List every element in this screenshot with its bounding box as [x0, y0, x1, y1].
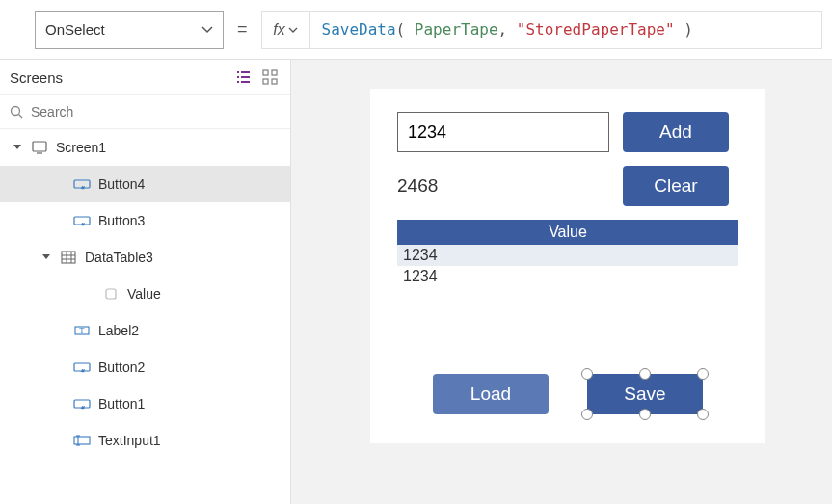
property-selector-value: OnSelect	[45, 21, 105, 38]
svg-rect-20	[74, 437, 90, 444]
tree-item-label: Value	[127, 286, 290, 302]
tree-item[interactable]: Value	[0, 276, 290, 312]
button-icon	[73, 358, 91, 376]
tree-item[interactable]: Button4	[0, 166, 290, 202]
tree-item-label: Button2	[98, 359, 290, 375]
tree-item-label: Label2	[98, 323, 290, 338]
result-label: 2468	[397, 175, 609, 197]
resize-handle[interactable]	[697, 409, 709, 420]
property-selector[interactable]: OnSelect	[35, 11, 224, 49]
tree-item-label: DataTable3	[85, 250, 290, 265]
resize-handle[interactable]	[697, 368, 709, 380]
clear-button[interactable]: Clear	[623, 166, 729, 206]
svg-rect-1	[272, 70, 277, 75]
add-button[interactable]: Add	[623, 112, 729, 152]
tree-item[interactable]: DataTable3	[0, 239, 290, 276]
list-view-icon[interactable]	[232, 66, 254, 88]
tree-item-label: Button1	[98, 396, 290, 411]
label-icon: T	[73, 322, 91, 339]
tree-list: Screen1Button4Button3DataTable3ValueTLab…	[0, 129, 290, 504]
svg-line-5	[19, 115, 23, 119]
column-icon	[102, 285, 120, 303]
data-table[interactable]: Value 12341234	[397, 220, 738, 287]
formula-text[interactable]: SaveData( PaperTape, "StoredPaperTape" )	[310, 20, 821, 39]
chevron-down-icon	[201, 26, 213, 34]
tree-item-label: Button3	[98, 213, 290, 228]
resize-handle[interactable]	[639, 368, 651, 380]
tree-item-label: TextInput1	[98, 433, 290, 448]
textinput-icon	[73, 432, 91, 449]
design-canvas-wrap: Add 2468 Clear Value 12341234 Load Save	[291, 60, 832, 504]
svg-rect-10	[62, 252, 75, 263]
formula-arg1: PaperTape	[415, 20, 498, 39]
datatable-icon	[60, 249, 77, 266]
design-canvas: Add 2468 Clear Value 12341234 Load Save	[370, 89, 765, 443]
data-table-row[interactable]: 1234	[397, 245, 738, 266]
save-button-selection: Save	[587, 374, 703, 414]
resize-handle[interactable]	[581, 409, 593, 420]
load-button[interactable]: Load	[433, 374, 549, 414]
resize-handle[interactable]	[581, 368, 593, 380]
svg-rect-2	[263, 79, 268, 84]
button-icon	[73, 212, 91, 229]
tree-item[interactable]: Button3	[0, 202, 290, 239]
number-input[interactable]	[397, 112, 609, 152]
svg-rect-6	[33, 142, 46, 151]
tree-view-title: Screens	[10, 69, 227, 86]
search-icon	[10, 105, 23, 119]
formula-arg2: "StoredPaperTape"	[517, 20, 675, 39]
svg-rect-15	[106, 289, 116, 299]
tree-item-label: Screen1	[56, 140, 290, 155]
tree-view-panel: Screens Screen1Button4Button3DataTable3V…	[0, 60, 291, 504]
tree-item[interactable]: Button2	[0, 349, 290, 385]
tree-view-header: Screens	[0, 60, 290, 94]
svg-point-4	[12, 107, 20, 116]
tree-item-label: Button4	[98, 176, 290, 192]
fx-button[interactable]: fx	[262, 12, 310, 48]
tree-item[interactable]: TextInput1	[0, 422, 290, 459]
formula-input-bar: fx SaveData( PaperTape, "StoredPaperTape…	[261, 11, 822, 49]
tree-search-row	[0, 94, 290, 129]
button-icon	[73, 395, 91, 412]
tree-search-input[interactable]	[31, 104, 281, 119]
fx-label: fx	[273, 21, 284, 39]
data-table-header: Value	[397, 220, 738, 245]
button-icon	[73, 175, 91, 193]
svg-rect-0	[263, 70, 268, 75]
formula-bar: OnSelect = fx SaveData( PaperTape, "Stor…	[0, 0, 832, 60]
chevron-down-icon	[42, 254, 54, 260]
grid-view-icon[interactable]	[259, 66, 281, 88]
formula-fn: SaveData	[322, 20, 396, 39]
chevron-down-icon	[288, 27, 298, 33]
equals-sign: =	[237, 19, 248, 40]
chevron-down-icon	[13, 145, 25, 150]
tree-item[interactable]: TLabel2	[0, 312, 290, 349]
tree-item[interactable]: Screen1	[0, 129, 290, 166]
svg-text:T: T	[80, 327, 85, 335]
screen-icon	[31, 139, 48, 156]
tree-item[interactable]: Button1	[0, 385, 290, 422]
svg-rect-3	[272, 79, 277, 84]
resize-handle[interactable]	[639, 409, 651, 420]
data-table-row[interactable]: 1234	[397, 266, 738, 287]
